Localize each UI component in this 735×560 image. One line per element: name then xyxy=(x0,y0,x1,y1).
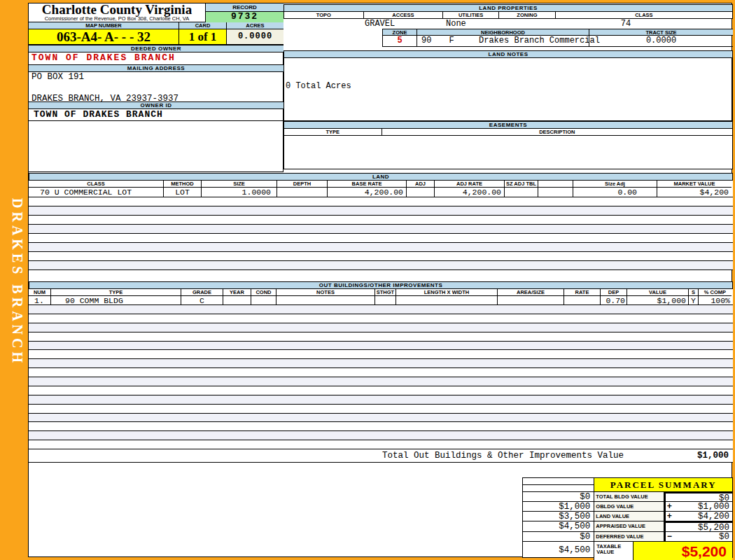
land-sz-adj-tbl-header: SZ ADJ TBL xyxy=(505,181,538,188)
empty-row xyxy=(29,377,733,386)
ob-length-width-header: LENGTH X WIDTH xyxy=(396,289,498,296)
zone-label: ZONE xyxy=(382,29,417,36)
ob-grade-value: C xyxy=(181,296,223,304)
ps-value-total-bldg: $0 xyxy=(666,493,732,502)
out-buildings-total-label: Total Out Buildings & Other Improvements… xyxy=(382,449,624,462)
zone-suffix: F xyxy=(449,36,454,46)
land-properties-title: LAND PROPERTIES xyxy=(284,4,733,12)
land-method-header: METHOD xyxy=(164,181,202,188)
ps-op-land: + xyxy=(667,512,672,522)
ps-prior-deferred: $0 xyxy=(523,532,594,542)
topo-header: TOPO xyxy=(284,12,364,19)
neighborhood-value: Drakes Branch Commercial xyxy=(479,36,600,46)
easement-description-header: DESCRIPTION xyxy=(382,129,732,136)
empty-row xyxy=(29,216,733,225)
land-adj-rate-value: 4,200.00 xyxy=(435,188,505,197)
neighborhood-label: NEIGHBORHOOD xyxy=(417,29,589,36)
ps-row-total-bldg: $0 TOTAL BLDG VALUE $0 xyxy=(523,492,732,502)
land-adj-rate-header: ADJ RATE xyxy=(435,181,505,188)
empty-row xyxy=(29,440,733,449)
empty-row xyxy=(29,405,733,414)
land-blank-header xyxy=(538,181,573,188)
owner-id-value: TOWN OF DRAKES BRANCH xyxy=(29,109,284,121)
property-record-card: { "colors":{ "frame_orange":"#FAA41A","s… xyxy=(0,0,735,560)
sidebar-vertical-label: DRAKES BRANCH xyxy=(3,198,25,380)
land-notes-title: LAND NOTES xyxy=(284,50,733,58)
land-class-value: 70 U COMMERCIAL LOT xyxy=(29,188,164,197)
out-buildings-total-row: Total Out Buildings & Other Improvements… xyxy=(29,449,733,463)
ps-prior-land: $3,500 xyxy=(523,512,594,522)
land-properties-values: GRAVEL None 74 xyxy=(284,19,733,29)
ob-notes-value xyxy=(276,296,375,304)
county-title-box: Charlotte County Virginia Commissioner o… xyxy=(29,4,206,22)
land-sz-adj-tbl-value xyxy=(505,188,538,197)
empty-row xyxy=(29,422,733,431)
map-number-label: MAP NUMBER xyxy=(29,22,179,29)
empty-row xyxy=(29,359,733,368)
ob-pct-comp-header: % COMP xyxy=(699,289,732,296)
ob-grade-header: GRADE xyxy=(181,289,223,296)
empty-row xyxy=(29,386,733,396)
mailing-address-block: PO BOX 191 DRAKES BRANCH, VA 23937-3937 xyxy=(29,72,284,102)
map-number-value: 063-A4- A- - - 32 xyxy=(29,29,179,44)
ob-num-header: NUM xyxy=(29,289,51,296)
county-title: Charlotte County Virginia xyxy=(29,4,205,16)
empty-row xyxy=(29,396,733,405)
ob-notes-header: NOTES xyxy=(276,289,375,296)
ps-row-obldg: $1,000 OBLDG VALUE +$1,000 xyxy=(523,502,732,512)
out-buildings-title: OUT BUILDINGS/OTHER IMPROVEMENTS xyxy=(29,281,733,289)
ps-op-obldg: + xyxy=(667,502,672,512)
empty-row xyxy=(29,252,733,261)
empty-row xyxy=(29,243,733,252)
deeded-owner-label: DEEDED OWNER xyxy=(29,45,284,52)
land-title: LAND xyxy=(29,173,733,181)
tract-size-value: 0.0000 xyxy=(589,36,733,46)
land-size-header: SIZE xyxy=(202,181,277,188)
ob-year-header: YEAR xyxy=(223,289,251,296)
land-notes-box: 0 Total Acres xyxy=(284,58,733,121)
card-value: 1 of 1 xyxy=(179,29,227,44)
acres-label: ACRES xyxy=(227,22,284,29)
ps-row-land: $3,500 LAND VALUE +$4,200 xyxy=(523,512,732,522)
ob-rate-header: RATE xyxy=(564,289,601,296)
land-depth-header: DEPTH xyxy=(277,181,328,188)
empty-row xyxy=(29,342,733,351)
ob-dep-value: 0.70 xyxy=(601,296,627,304)
easement-type-header: TYPE xyxy=(284,129,382,136)
ps-op-deferred: − xyxy=(667,532,672,542)
card-label: CARD xyxy=(179,22,227,29)
class-value: 74 xyxy=(556,19,696,29)
empty-row xyxy=(29,261,733,270)
land-market-value-header: MARKET VALUE xyxy=(657,181,732,188)
ob-s-value: Y xyxy=(689,296,699,304)
land-empty-rows xyxy=(29,197,733,270)
ob-type-header: TYPE xyxy=(51,289,181,296)
access-header: ACCESS xyxy=(364,12,444,19)
mailing-address-label: MAILING ADDRESS xyxy=(29,64,284,72)
ob-area-size-value xyxy=(498,296,564,304)
land-data-row: 70 U COMMERCIAL LOT LOT 1.0000 4,200.00 … xyxy=(29,188,733,197)
easements-title: EASEMENTS xyxy=(284,121,733,129)
record-value: 9732 xyxy=(206,12,284,22)
land-base-rate-header: BASE RATE xyxy=(328,181,407,188)
county-subtitle: Commissioner of the Revenue, PO Box 308,… xyxy=(29,16,205,22)
land-base-rate-value: 4,200.00 xyxy=(328,188,407,197)
utilities-value: None xyxy=(446,19,466,29)
deeded-owner-value: TOWN OF DRAKES BRANCH xyxy=(29,52,284,64)
empty-row xyxy=(29,368,733,377)
ob-cond-value xyxy=(251,296,276,304)
ps-label-total-bldg: TOTAL BLDG VALUE xyxy=(594,492,664,502)
land-size-adj-value: 0.00 xyxy=(573,188,657,197)
ps-value-taxable: $5,200 xyxy=(634,542,732,560)
ob-rate-value xyxy=(564,296,601,304)
out-buildings-section: OUT BUILDINGS/OTHER IMPROVEMENTS NUM TYP… xyxy=(29,281,733,463)
land-method-value: LOT xyxy=(164,188,202,197)
ps-label-appraised: APPRAISED VALUE xyxy=(594,522,664,532)
ps-value-deferred: $0 xyxy=(666,532,732,542)
ps-value-obldg: $1,000 xyxy=(666,502,732,512)
land-adj-value xyxy=(407,188,435,197)
ob-pct-comp-value: 100% xyxy=(699,296,732,304)
empty-row xyxy=(29,431,733,440)
empty-row xyxy=(29,414,733,423)
parcel-summary-empty-cell xyxy=(523,478,594,492)
